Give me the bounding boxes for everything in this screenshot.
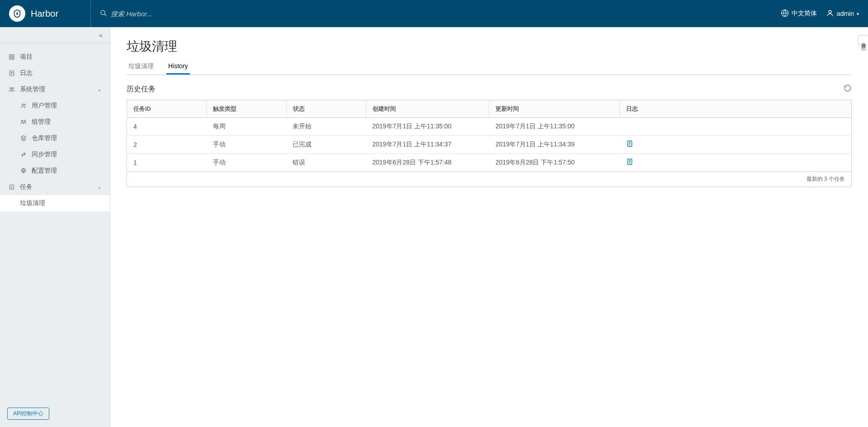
- language-selector[interactable]: 中文简体: [781, 9, 817, 19]
- api-control-button[interactable]: API控制中心: [7, 408, 49, 420]
- log-icon[interactable]: [626, 141, 633, 149]
- sidebar-item-groups[interactable]: 组管理: [0, 114, 110, 130]
- table-footer: 最新的 3 个任务: [127, 172, 852, 187]
- chevron-down-icon: ▾: [857, 11, 859, 16]
- sidebar-item-admin[interactable]: 系统管理 ⌄: [0, 81, 110, 98]
- svg-point-13: [12, 88, 14, 89]
- sidebar-item-label: 日志: [20, 69, 33, 77]
- header-right: 中文简体 admin ▾: [781, 9, 859, 19]
- sidebar-item-replication[interactable]: 同步管理: [0, 146, 110, 163]
- gear-icon: [20, 168, 27, 174]
- users-icon: [20, 103, 27, 109]
- cell-jobid: 4: [127, 118, 207, 136]
- jobs-table: 任务ID 触发类型 状态 创建时间 更新时间 日志 4每周未开始2019年7月1…: [127, 100, 852, 172]
- svg-rect-5: [12, 55, 14, 56]
- sidebar-item-config[interactable]: 配置管理: [0, 163, 110, 179]
- app-header: Harbor 中文简体 admin ▾: [0, 0, 868, 27]
- cell-log: [620, 154, 852, 172]
- cell-updated: 2019年6月28日 下午1:57:50: [489, 154, 620, 172]
- svg-point-0: [101, 10, 105, 14]
- sidebar-item-label: 同步管理: [32, 150, 57, 159]
- sidebar-item-logs[interactable]: 日志: [0, 65, 110, 81]
- table-row[interactable]: 2手动已完成2019年7月1日 上午11:34:372019年7月1日 上午11…: [127, 136, 852, 154]
- cell-updated: 2019年7月1日 上午11:34:39: [489, 136, 620, 154]
- svg-rect-7: [12, 57, 14, 59]
- globe-icon: [781, 9, 789, 19]
- cell-status: 未开始: [286, 118, 366, 136]
- username-label: admin: [837, 10, 854, 17]
- sidebar-item-label: 项目: [20, 53, 33, 61]
- cell-jobid: 1: [127, 154, 207, 172]
- refresh-button[interactable]: [844, 84, 852, 94]
- svg-point-17: [24, 120, 26, 122]
- replication-icon: [20, 151, 27, 158]
- svg-rect-6: [9, 57, 11, 59]
- cell-jobid: 2: [127, 136, 207, 154]
- cell-created: 2019年7月1日 上午11:34:37: [366, 136, 489, 154]
- sidebar-item-label: 垃圾清理: [20, 199, 45, 207]
- svg-point-16: [21, 120, 23, 122]
- search-section: [90, 0, 781, 27]
- col-header-updated[interactable]: 更新时间: [489, 100, 620, 118]
- cell-trigger: 手动: [207, 136, 286, 154]
- main-content: 垃圾清理 垃圾清理 History 历史任务 任务ID 触发类型 状态 创建时间…: [110, 27, 868, 427]
- col-header-created[interactable]: 创建时间: [366, 100, 489, 118]
- tab-gc[interactable]: 垃圾清理: [127, 59, 156, 75]
- sidebar-item-repos[interactable]: 仓库管理: [0, 130, 110, 146]
- log-icon[interactable]: [626, 160, 633, 167]
- user-icon: [826, 9, 834, 19]
- svg-point-12: [10, 88, 12, 89]
- tabs: 垃圾清理 History: [127, 59, 852, 75]
- svg-rect-4: [9, 55, 11, 56]
- svg-rect-19: [9, 185, 14, 189]
- harbor-logo-icon: [9, 5, 25, 22]
- tasks-icon: [8, 184, 15, 190]
- event-log-side-tab[interactable]: 事件日志: [858, 35, 868, 45]
- col-header-trigger[interactable]: 触发类型: [207, 100, 286, 118]
- sidebar: « 项目 日志 系统管理 ⌄: [0, 27, 110, 427]
- svg-point-14: [22, 104, 24, 106]
- groups-icon: [20, 119, 27, 125]
- svg-point-15: [24, 104, 25, 105]
- svg-point-3: [829, 10, 831, 13]
- cell-trigger: 每周: [207, 118, 286, 136]
- sidebar-item-label: 系统管理: [20, 85, 45, 94]
- cell-status: 已完成: [286, 136, 366, 154]
- search-input[interactable]: [111, 10, 246, 18]
- table-row[interactable]: 4每周未开始2019年7月1日 上午11:35:002019年7月1日 上午11…: [127, 118, 852, 136]
- sidebar-item-label: 用户管理: [32, 102, 57, 110]
- admin-icon: [8, 86, 15, 93]
- projects-icon: [8, 54, 15, 60]
- sidebar-item-tasks[interactable]: 任务 ⌄: [0, 179, 110, 195]
- page-title: 垃圾清理: [127, 38, 852, 55]
- user-menu[interactable]: admin ▾: [826, 9, 859, 19]
- cell-created: 2019年7月1日 上午11:35:00: [366, 118, 489, 136]
- logo-section: Harbor: [9, 5, 90, 22]
- sidebar-item-label: 组管理: [32, 118, 51, 126]
- sidebar-item-label: 配置管理: [32, 167, 57, 175]
- sidebar-item-label: 任务: [20, 183, 33, 191]
- table-row[interactable]: 1手动错误2019年6月28日 下午1:57:482019年6月28日 下午1:…: [127, 154, 852, 172]
- tab-history[interactable]: History: [166, 59, 190, 75]
- sidebar-item-projects[interactable]: 项目: [0, 49, 110, 65]
- refresh-icon: [844, 85, 852, 94]
- chevron-down-icon: ⌄: [97, 86, 102, 93]
- sidebar-item-gc[interactable]: 垃圾清理: [0, 195, 110, 211]
- svg-point-18: [23, 170, 24, 172]
- col-header-status[interactable]: 状态: [286, 100, 366, 118]
- col-header-log[interactable]: 日志: [620, 100, 852, 118]
- sidebar-collapse-button[interactable]: «: [0, 27, 110, 43]
- language-label: 中文简体: [792, 9, 817, 18]
- chevron-double-left-icon: «: [99, 32, 103, 39]
- section-title: 历史任务: [127, 84, 156, 94]
- cell-trigger: 手动: [207, 154, 286, 172]
- col-header-jobid[interactable]: 任务ID: [127, 100, 207, 118]
- sidebar-item-users[interactable]: 用户管理: [0, 98, 110, 114]
- svg-line-1: [104, 14, 106, 16]
- cell-created: 2019年6月28日 下午1:57:48: [366, 154, 489, 172]
- sidebar-item-label: 仓库管理: [32, 134, 57, 142]
- cell-updated: 2019年7月1日 上午11:35:00: [489, 118, 620, 136]
- search-icon: [100, 9, 107, 18]
- app-name: Harbor: [31, 9, 58, 19]
- logs-icon: [8, 70, 15, 76]
